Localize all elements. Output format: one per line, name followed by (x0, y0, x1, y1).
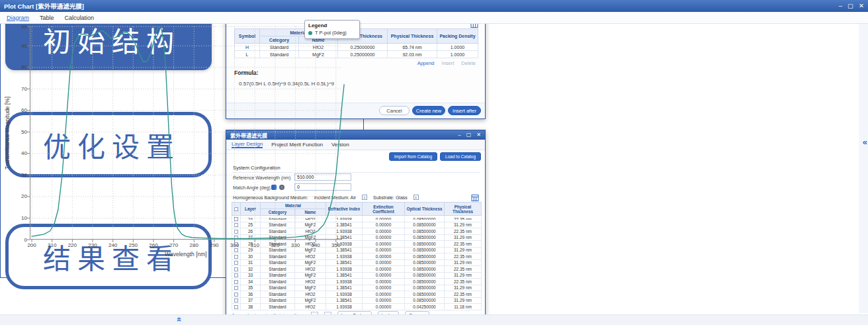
substrate-label: Substrate: Glass (373, 195, 408, 200)
x-tick-label: 210 (44, 242, 61, 248)
row-checkbox[interactable] (234, 299, 238, 302)
bottom-collapse-bar (0, 314, 868, 325)
y-tick-label: 0 (11, 237, 27, 243)
plot-titlebar[interactable]: Plot Chart [紫外带通滤光膜] – ▢ ✕ (0, 0, 868, 12)
maximize-button[interactable]: ▢ (466, 132, 472, 138)
legend-entry[interactable]: T P-pol (0deg) (308, 30, 356, 36)
x-tick-label: 310 (246, 242, 263, 248)
y-tick-label: 80 (11, 64, 27, 70)
x-tick-label: 350 (327, 242, 345, 248)
column-header-optical-thickness[interactable]: Optical Thickness (405, 203, 445, 216)
minimize-button[interactable]: – (839, 3, 842, 9)
legend-title: Legend (308, 23, 356, 28)
minimize-button[interactable]: – (458, 132, 460, 138)
collapse-panel-right-icon[interactable]: « (863, 137, 867, 147)
layer-table-row[interactable]: 31StandardMgF21.385410.000000.0850000031… (232, 259, 482, 266)
x-tick-label: 270 (165, 242, 183, 248)
incident-medium-picker-icon[interactable]: ≡ (362, 195, 367, 200)
formula-table-actions: Append Insert Delete (417, 60, 476, 66)
row-checkbox[interactable] (234, 267, 238, 271)
collapse-panel-bottom-icon[interactable]: « (175, 317, 185, 322)
x-tick-label: 320 (267, 242, 284, 248)
delete-button[interactable]: Delete (461, 60, 476, 66)
close-button[interactable]: ✕ (859, 3, 864, 9)
layer-table-row[interactable]: 36StandardHfO21.939380.000000.0850000022… (232, 291, 482, 298)
y-tick-label: 20 (11, 193, 27, 199)
close-button[interactable]: ✕ (476, 132, 481, 138)
row-checkbox[interactable] (234, 286, 238, 290)
layer-table-row[interactable]: 33StandardMgF21.385410.000000.0850000031… (232, 272, 482, 279)
load-to-catalog-button[interactable]: Load to Catalog (440, 152, 481, 161)
y-tick-label: 99 (11, 24, 27, 30)
x-tick-label: 300 (226, 242, 243, 248)
chart-plot-area[interactable] (30, 26, 342, 240)
y-tick-label: 10 (11, 215, 27, 221)
column-header-physical-thickness[interactable]: Physical Thickness (388, 29, 437, 44)
cancel-button[interactable]: Cancel (379, 106, 410, 115)
x-axis-title: Wavelength [nm] (30, 251, 342, 257)
y-tick-label: 90 (11, 43, 27, 49)
menu-calculation[interactable]: Calculation (65, 15, 95, 21)
x-tick-label: 200 (23, 242, 40, 248)
x-tick-label: 230 (84, 242, 101, 248)
y-tick-label: 50 (11, 129, 27, 135)
x-tick-label: 290 (206, 242, 223, 248)
y-tick-label: 30 (11, 172, 27, 178)
x-tick-label: 340 (307, 242, 324, 248)
row-checkbox[interactable] (234, 280, 238, 284)
screenshot-canvas: 初始结构 优化设置 结果查看 Formula [紫外带通滤光膜] – ▢ ✕ S… (0, 0, 868, 325)
insert-after-button[interactable]: Insert after (448, 106, 481, 115)
table-icon (471, 194, 479, 202)
append-button[interactable]: Append (417, 60, 435, 66)
series-marker (308, 31, 312, 35)
x-tick-label: 250 (124, 242, 142, 248)
y-tick-label: 60 (11, 107, 27, 113)
plot-menu-bar: Diagram Table Calculation (0, 12, 868, 24)
create-new-button[interactable]: Create new (412, 106, 445, 115)
x-tick-label: 260 (145, 242, 162, 248)
right-collapse-bar (859, 24, 868, 313)
layer-table-row[interactable]: 32StandardHfO21.939380.000000.0850000022… (232, 266, 482, 273)
maximize-button[interactable]: ▢ (847, 3, 853, 9)
x-tick-label: 330 (287, 242, 304, 248)
layer-table-row[interactable]: 35StandardMgF21.385410.000000.0850000031… (232, 285, 482, 291)
column-header-physical-thickness[interactable]: Physical Thickness (445, 203, 482, 216)
legend-entry-label: T P-pol (0deg) (315, 30, 347, 36)
window-title: Plot Chart [紫外带通滤光膜] (4, 1, 84, 11)
row-checkbox[interactable] (234, 305, 238, 309)
row-checkbox[interactable] (234, 293, 238, 297)
layer-table-row[interactable]: 34StandardHfO21.939380.000000.0850000022… (232, 279, 482, 285)
menu-diagram[interactable]: Diagram (7, 15, 29, 21)
column-header-extinction-coefficient[interactable]: Extinction Coefficient (363, 203, 405, 216)
x-tick-label: 220 (64, 242, 81, 248)
plot-chart-window: Plot Chart [紫外带通滤光膜] – ▢ ✕ Diagram Table… (0, 0, 364, 278)
x-tick-label: 240 (105, 242, 122, 248)
chart-svg (30, 26, 342, 240)
y-tick-label: 70 (11, 86, 27, 92)
row-checkbox[interactable] (234, 273, 238, 277)
import-from-catalog-button[interactable]: Import from Catalog (389, 152, 437, 161)
column-header-packing-density[interactable]: Packing Density (437, 29, 478, 44)
row-checkbox[interactable] (234, 261, 238, 265)
layer-table-row[interactable]: 37StandardMgF21.385410.000000.0850000031… (232, 297, 482, 304)
menu-table[interactable]: Table (40, 15, 54, 21)
layer-table-row[interactable]: 38StandardHfO21.939380.000000.0425000011… (232, 304, 482, 310)
insert-button[interactable]: Insert (442, 60, 455, 66)
substrate-picker-icon[interactable]: ≡ (413, 195, 419, 200)
y-tick-label: 40 (11, 150, 27, 156)
chart-legend: Legend T P-pol (0deg) (304, 20, 360, 39)
x-tick-label: 280 (185, 242, 202, 248)
